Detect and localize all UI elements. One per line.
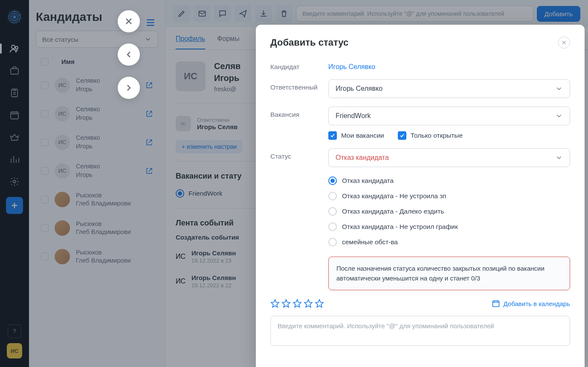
- next-button[interactable]: [118, 77, 140, 99]
- modal-close-button[interactable]: ✕: [558, 37, 570, 49]
- chevron-down-icon: [555, 85, 563, 92]
- star-icon[interactable]: [270, 299, 280, 308]
- close-panel-button[interactable]: [118, 10, 140, 32]
- add-to-calendar-link[interactable]: Добавить в календарь: [492, 299, 570, 308]
- modal-title: Добавить статус: [270, 37, 348, 48]
- svg-rect-12: [492, 301, 499, 306]
- status-option[interactable]: Отказ кандидата - Не устроила зп: [328, 188, 570, 204]
- status-option[interactable]: Отказ кандидата: [328, 173, 570, 188]
- my-vacancies-checkbox[interactable]: [328, 131, 337, 140]
- radio-label: семейные обст-ва: [342, 238, 398, 246]
- candidate-field-label: Кандидат: [270, 59, 328, 71]
- status-alert: После назначения статуса количество закр…: [328, 257, 570, 290]
- vacancy-select-value: FriendWork: [336, 112, 371, 120]
- my-vacancies-label: Мои вакансии: [341, 132, 384, 139]
- star-icon[interactable]: [315, 299, 324, 308]
- responsible-select-value: Игорь Селявко: [336, 85, 382, 92]
- status-option[interactable]: семейные обст-ва: [328, 234, 570, 250]
- status-option[interactable]: Отказ кандидата - Далеко ездить: [328, 204, 570, 219]
- add-status-modal: Добавить статус ✕ Кандидат Игорь Селявко…: [256, 25, 585, 367]
- chevron-down-icon: [555, 112, 563, 120]
- status-select[interactable]: Отказ кандидата: [328, 148, 570, 167]
- star-icon[interactable]: [293, 299, 302, 308]
- rating-stars[interactable]: [270, 299, 324, 308]
- radio-icon: [328, 192, 337, 200]
- radio-label: Отказ кандидата: [342, 177, 394, 185]
- radio-label: Отказ кандидата - Не устроил график: [342, 223, 458, 231]
- chevron-down-icon: [555, 154, 563, 162]
- star-icon[interactable]: [281, 299, 291, 308]
- responsible-select[interactable]: Игорь Селявко: [328, 79, 570, 98]
- prev-button[interactable]: [118, 43, 140, 66]
- vacancy-select[interactable]: FriendWork: [328, 107, 570, 125]
- status-option[interactable]: Отказ кандидата - Не устроил график: [328, 219, 570, 234]
- radio-label: Отказ кандидата - Далеко ездить: [342, 208, 444, 215]
- star-icon[interactable]: [304, 299, 313, 308]
- radio-icon: [328, 176, 337, 185]
- vacancy-field-label: Вакансия: [270, 107, 328, 118]
- open-only-label: Только открытые: [411, 132, 463, 139]
- status-select-value: Отказ кандидата: [336, 154, 389, 162]
- candidate-link[interactable]: Игорь Селявко: [328, 59, 375, 71]
- status-field-label: Статус: [270, 148, 328, 160]
- calendar-link-label: Добавить в календарь: [504, 300, 570, 307]
- radio-icon: [328, 223, 337, 231]
- responsible-field-label: Ответственный: [270, 79, 328, 91]
- radio-label: Отказ кандидата - Не устроила зп: [342, 192, 446, 200]
- open-only-checkbox[interactable]: [398, 131, 406, 140]
- modal-comment-input[interactable]: Введите комментарий. Используйте "@" для…: [270, 316, 570, 346]
- radio-icon: [328, 207, 337, 216]
- radio-icon: [328, 238, 337, 246]
